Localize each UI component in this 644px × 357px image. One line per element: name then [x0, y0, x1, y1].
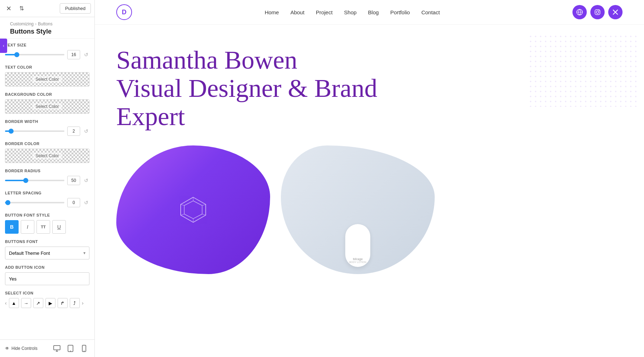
add-icon-label: ADD BUTTON ICON [5, 265, 89, 269]
hero-line2: Visual Designer & Brand [116, 74, 377, 103]
svg-rect-0 [54, 346, 60, 350]
border-radius-value[interactable]: 50 [67, 176, 80, 185]
navbar-links: Home About Project Shop Blog Portfolio C… [265, 9, 440, 15]
svg-line-15 [202, 214, 206, 215]
eye-icon: 👁 [5, 346, 9, 351]
text-color-label: TEXT COLOR [5, 65, 89, 69]
hero-image-2: Mirage BODY LOTION [281, 145, 435, 274]
globe-icon [576, 9, 583, 15]
font-style-label: BUTTON FONT STYLE [5, 213, 89, 217]
hide-controls-button[interactable]: 👁 Hide Controls [5, 346, 38, 351]
bold-button[interactable]: B [5, 220, 19, 234]
hero-line1: Samantha Bowen [116, 46, 297, 74]
published-button[interactable]: Published [60, 3, 91, 14]
border-color-label: BORDER COLOR [5, 142, 89, 146]
svg-rect-6 [595, 10, 600, 15]
border-width-slider[interactable] [5, 130, 64, 132]
letter-spacing-slider[interactable] [5, 202, 64, 203]
letter-spacing-slider-row: 0 ↺ [5, 198, 89, 207]
buttons-font-label: BUTTONS FONT [5, 239, 89, 244]
text-size-reset[interactable]: ↺ [83, 52, 89, 58]
border-width-reset[interactable]: ↺ [83, 128, 89, 134]
underline-button[interactable]: U [52, 220, 66, 234]
nav-link-blog[interactable]: Blog [368, 9, 379, 15]
mobile-view-button[interactable] [79, 343, 89, 353]
buttons-font-dropdown[interactable]: Default Theme Font ▾ [5, 247, 89, 259]
tablet-view-button[interactable] [65, 343, 76, 353]
text-color-picker[interactable]: Select Color [5, 72, 89, 86]
desktop-icon [53, 345, 60, 352]
bg-color-picker[interactable]: Select Color [5, 99, 89, 114]
images-row: Mirage BODY LOTION [95, 145, 644, 274]
icon-option-5[interactable]: ↱ [58, 298, 68, 308]
preview-hero: Samantha Bowen Visual Designer & Brand E… [95, 25, 644, 145]
panel-title: Buttons Style [10, 28, 89, 35]
social-twitter-button[interactable] [608, 5, 623, 19]
add-icon-input[interactable]: Yes [5, 272, 89, 285]
text-size-slider[interactable] [5, 54, 64, 55]
text-size-value[interactable]: 16 [67, 50, 80, 59]
letter-spacing-reset[interactable]: ↺ [83, 200, 89, 205]
back-button[interactable]: ‹ [0, 39, 7, 53]
icon-option-4[interactable]: ▶ [45, 298, 55, 308]
social-instagram-button[interactable] [590, 5, 605, 19]
icon-scroll-row: ‹ ▲ → ↗ ▶ ↱ ⤴ › [5, 298, 89, 308]
desktop-view-button[interactable] [52, 343, 62, 353]
border-width-value[interactable]: 2 [67, 127, 80, 136]
text-size-label: TEXT SIZE [5, 43, 89, 47]
nav-link-shop[interactable]: Shop [344, 9, 357, 15]
instagram-icon [594, 9, 601, 15]
border-radius-slider[interactable] [5, 180, 64, 181]
nav-link-project[interactable]: Project [316, 9, 333, 15]
icon-scroll-prev[interactable]: ‹ [5, 300, 7, 306]
svg-line-18 [181, 204, 184, 205]
swap-button[interactable]: ⇅ [16, 4, 26, 14]
font-style-row: B I TT U [5, 220, 89, 234]
border-color-group: BORDER COLOR Select Color [5, 142, 89, 163]
preview-area: D Home About Project Shop Blog Portfolio… [95, 0, 644, 357]
text-color-group: TEXT COLOR Select Color [5, 65, 89, 86]
left-panel: ✕ ⇅ Published ‹ Customizing › Buttons Bu… [0, 0, 95, 357]
icon-option-2[interactable]: → [21, 298, 31, 308]
close-button[interactable]: ✕ [4, 4, 14, 14]
dot-pattern [530, 35, 637, 107]
svg-line-17 [181, 214, 184, 215]
geometric-icon [179, 195, 208, 224]
bg-color-label: BACKGROUND COLOR [5, 92, 89, 96]
add-icon-value: Yes [9, 276, 16, 282]
tablet-icon [68, 345, 73, 352]
border-radius-group: BORDER RADIUS 50 ↺ [5, 169, 89, 185]
svg-rect-10 [530, 35, 637, 107]
breadcrumb: Customizing › Buttons [10, 21, 89, 26]
social-web-button[interactable] [572, 5, 587, 19]
top-bar-left: ✕ ⇅ [4, 4, 26, 14]
hero-image-1 [116, 145, 270, 274]
bg-color-select-label: Select Color [33, 103, 62, 110]
buttons-font-value: Default Theme Font [9, 251, 50, 256]
letter-spacing-value[interactable]: 0 [67, 198, 80, 207]
hide-controls-label: Hide Controls [11, 346, 38, 351]
svg-point-4 [84, 351, 84, 351]
allcaps-button[interactable]: TT [36, 220, 50, 234]
icon-option-6[interactable]: ⤴ [70, 298, 80, 308]
select-icon-group: SELECT ICON ‹ ▲ → ↗ ▶ ↱ ⤴ › [5, 291, 89, 308]
border-width-slider-row: 2 ↺ [5, 127, 89, 136]
nav-link-about[interactable]: About [291, 9, 304, 15]
icon-option-1[interactable]: ▲ [9, 298, 19, 308]
bottom-toolbar: 👁 Hide Controls [0, 339, 94, 357]
bg-color-group: BACKGROUND COLOR Select Color [5, 92, 89, 114]
border-radius-reset[interactable]: ↺ [83, 178, 89, 183]
svg-marker-12 [184, 201, 202, 219]
icon-scroll-next[interactable]: › [82, 300, 84, 306]
font-style-group: BUTTON FONT STYLE B I TT U [5, 213, 89, 234]
svg-point-7 [596, 11, 599, 14]
nav-link-portfolio[interactable]: Portfolio [390, 9, 410, 15]
icon-option-3[interactable]: ↗ [33, 298, 43, 308]
svg-point-8 [599, 10, 599, 11]
italic-button[interactable]: I [21, 220, 34, 234]
navbar-icons [572, 5, 623, 19]
text-size-slider-row: 16 ↺ [5, 50, 89, 59]
nav-link-contact[interactable]: Contact [421, 9, 440, 15]
nav-link-home[interactable]: Home [265, 9, 279, 15]
border-color-picker[interactable]: Select Color [5, 149, 89, 163]
